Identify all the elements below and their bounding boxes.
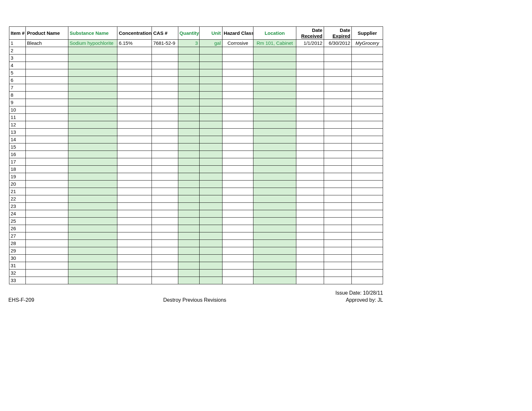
cell-location[interactable]	[253, 188, 296, 195]
cell-date-expired[interactable]	[324, 151, 351, 158]
cell-product[interactable]	[25, 173, 68, 181]
cell-concentration[interactable]: 6.15%	[117, 40, 152, 47]
cell-date-received[interactable]	[296, 92, 324, 99]
cell-quantity[interactable]	[178, 166, 199, 173]
cell-location[interactable]	[253, 158, 296, 166]
cell-unit[interactable]	[199, 218, 222, 225]
cell-concentration[interactable]	[117, 203, 152, 210]
cell-hazard[interactable]	[222, 99, 253, 106]
cell-concentration[interactable]	[117, 247, 152, 255]
cell-cas[interactable]	[152, 69, 178, 77]
cell-item[interactable]: 26	[9, 225, 26, 232]
cell-product[interactable]	[25, 240, 68, 247]
cell-supplier[interactable]	[352, 225, 383, 232]
cell-unit[interactable]	[199, 121, 222, 129]
cell-hazard[interactable]	[222, 240, 253, 247]
cell-product[interactable]	[25, 69, 68, 77]
cell-substance[interactable]	[68, 210, 117, 218]
cell-item[interactable]: 25	[9, 218, 26, 225]
cell-unit[interactable]	[199, 47, 222, 54]
cell-supplier[interactable]	[352, 218, 383, 225]
cell-date-expired[interactable]	[324, 129, 351, 136]
cell-item[interactable]: 24	[9, 210, 26, 218]
cell-substance[interactable]	[68, 232, 117, 240]
cell-date-expired[interactable]: 6/30/2012	[324, 40, 351, 47]
cell-unit[interactable]	[199, 106, 222, 114]
cell-date-expired[interactable]	[324, 173, 351, 181]
cell-product[interactable]	[25, 181, 68, 188]
cell-date-received[interactable]	[296, 173, 324, 181]
cell-location[interactable]	[253, 247, 296, 255]
cell-hazard[interactable]	[222, 136, 253, 143]
cell-cas[interactable]	[152, 77, 178, 84]
cell-quantity[interactable]	[178, 188, 199, 195]
cell-quantity[interactable]	[178, 69, 199, 77]
cell-unit[interactable]	[199, 54, 222, 62]
cell-concentration[interactable]	[117, 173, 152, 181]
cell-date-expired[interactable]	[324, 269, 351, 277]
cell-item[interactable]: 31	[9, 262, 26, 269]
cell-concentration[interactable]	[117, 218, 152, 225]
cell-quantity[interactable]	[178, 195, 199, 203]
cell-concentration[interactable]	[117, 158, 152, 166]
cell-supplier[interactable]	[352, 195, 383, 203]
cell-hazard[interactable]	[222, 188, 253, 195]
cell-concentration[interactable]	[117, 92, 152, 99]
cell-substance[interactable]	[68, 269, 117, 277]
cell-date-expired[interactable]	[324, 203, 351, 210]
cell-quantity[interactable]	[178, 84, 199, 92]
cell-hazard[interactable]	[222, 255, 253, 262]
cell-quantity[interactable]	[178, 225, 199, 232]
cell-concentration[interactable]	[117, 129, 152, 136]
cell-product[interactable]	[25, 136, 68, 143]
cell-cas[interactable]	[152, 92, 178, 99]
cell-unit[interactable]	[199, 136, 222, 143]
cell-product[interactable]	[25, 106, 68, 114]
cell-hazard[interactable]	[222, 62, 253, 69]
cell-item[interactable]: 4	[9, 62, 26, 69]
cell-substance[interactable]	[68, 188, 117, 195]
cell-quantity[interactable]	[178, 151, 199, 158]
cell-unit[interactable]	[199, 247, 222, 255]
cell-product[interactable]	[25, 210, 68, 218]
cell-supplier[interactable]	[352, 247, 383, 255]
cell-hazard[interactable]	[222, 203, 253, 210]
cell-concentration[interactable]	[117, 99, 152, 106]
cell-quantity[interactable]	[178, 99, 199, 106]
cell-product[interactable]	[25, 114, 68, 121]
cell-date-received[interactable]	[296, 188, 324, 195]
cell-unit[interactable]	[199, 232, 222, 240]
cell-item[interactable]: 27	[9, 232, 26, 240]
cell-supplier[interactable]	[352, 173, 383, 181]
cell-item[interactable]: 10	[9, 106, 26, 114]
cell-location[interactable]	[253, 106, 296, 114]
cell-cas[interactable]	[152, 240, 178, 247]
cell-concentration[interactable]	[117, 69, 152, 77]
cell-date-expired[interactable]	[324, 195, 351, 203]
cell-date-received[interactable]	[296, 62, 324, 69]
cell-product[interactable]	[25, 262, 68, 269]
cell-product[interactable]	[25, 158, 68, 166]
cell-product[interactable]	[25, 247, 68, 255]
cell-hazard[interactable]	[222, 195, 253, 203]
cell-cas[interactable]	[152, 114, 178, 121]
cell-date-received[interactable]	[296, 121, 324, 129]
cell-substance[interactable]	[68, 69, 117, 77]
cell-unit[interactable]	[199, 69, 222, 77]
cell-substance[interactable]	[68, 106, 117, 114]
cell-location[interactable]: Rm 101, Cabinet	[253, 40, 296, 47]
cell-unit[interactable]: gal	[199, 40, 222, 47]
cell-location[interactable]	[253, 240, 296, 247]
cell-hazard[interactable]	[222, 84, 253, 92]
cell-substance[interactable]	[68, 77, 117, 84]
cell-concentration[interactable]	[117, 54, 152, 62]
cell-cas[interactable]	[152, 121, 178, 129]
cell-hazard[interactable]	[222, 114, 253, 121]
cell-unit[interactable]	[199, 166, 222, 173]
cell-unit[interactable]	[199, 114, 222, 121]
cell-item[interactable]: 7	[9, 84, 26, 92]
cell-substance[interactable]	[68, 195, 117, 203]
cell-substance[interactable]	[68, 54, 117, 62]
cell-hazard[interactable]	[222, 173, 253, 181]
cell-item[interactable]: 14	[9, 136, 26, 143]
